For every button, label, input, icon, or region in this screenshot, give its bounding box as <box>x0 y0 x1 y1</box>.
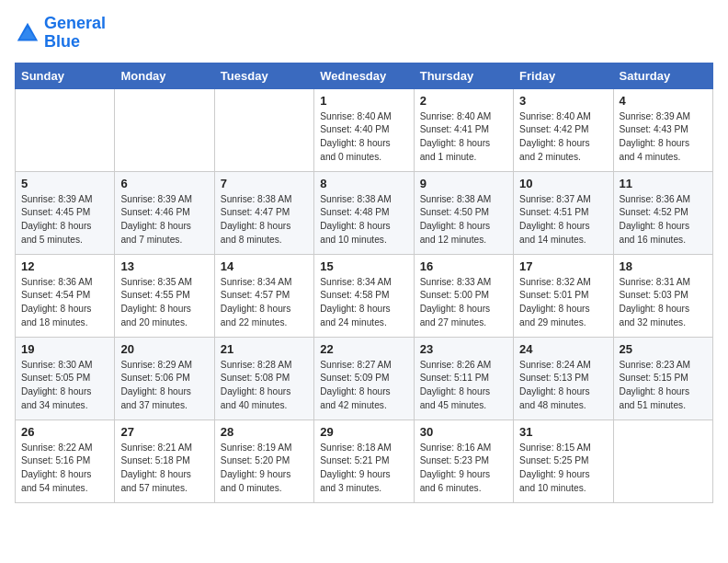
weekday-header-wednesday: Wednesday <box>314 63 414 88</box>
day-number: 23 <box>420 342 507 356</box>
day-number: 1 <box>320 94 407 108</box>
calendar-cell: 14Sunrise: 8:34 AM Sunset: 4:57 PM Dayli… <box>214 254 313 337</box>
calendar-cell: 29Sunrise: 8:18 AM Sunset: 5:21 PM Dayli… <box>314 419 414 502</box>
weekday-header-tuesday: Tuesday <box>214 63 313 88</box>
cell-content: Sunrise: 8:36 AM Sunset: 4:54 PM Dayligh… <box>21 276 108 330</box>
calendar-cell <box>613 419 712 502</box>
calendar-cell: 30Sunrise: 8:16 AM Sunset: 5:23 PM Dayli… <box>414 419 513 502</box>
calendar-cell: 2Sunrise: 8:40 AM Sunset: 4:41 PM Daylig… <box>414 88 513 171</box>
cell-content: Sunrise: 8:24 AM Sunset: 5:13 PM Dayligh… <box>519 359 607 413</box>
calendar-cell: 7Sunrise: 8:38 AM Sunset: 4:47 PM Daylig… <box>214 171 313 254</box>
day-number: 28 <box>221 425 308 439</box>
cell-content: Sunrise: 8:29 AM Sunset: 5:06 PM Dayligh… <box>120 359 208 413</box>
cell-content: Sunrise: 8:30 AM Sunset: 5:05 PM Dayligh… <box>21 359 108 413</box>
cell-content: Sunrise: 8:38 AM Sunset: 4:48 PM Dayligh… <box>320 193 407 247</box>
calendar-cell: 5Sunrise: 8:39 AM Sunset: 4:45 PM Daylig… <box>16 171 115 254</box>
calendar-cell: 23Sunrise: 8:26 AM Sunset: 5:11 PM Dayli… <box>414 337 513 419</box>
cell-content: Sunrise: 8:38 AM Sunset: 4:50 PM Dayligh… <box>420 193 507 247</box>
cell-content: Sunrise: 8:16 AM Sunset: 5:23 PM Dayligh… <box>420 442 507 496</box>
weekday-header-friday: Friday <box>514 63 613 88</box>
cell-content: Sunrise: 8:15 AM Sunset: 5:25 PM Dayligh… <box>519 442 607 496</box>
calendar-cell: 15Sunrise: 8:34 AM Sunset: 4:58 PM Dayli… <box>314 254 414 337</box>
calendar-week-row: 19Sunrise: 8:30 AM Sunset: 5:05 PM Dayli… <box>16 337 713 419</box>
cell-content: Sunrise: 8:35 AM Sunset: 4:55 PM Dayligh… <box>120 276 208 330</box>
calendar-cell: 19Sunrise: 8:30 AM Sunset: 5:05 PM Dayli… <box>16 337 115 419</box>
weekday-header-saturday: Saturday <box>613 63 712 88</box>
cell-content: Sunrise: 8:34 AM Sunset: 4:57 PM Dayligh… <box>221 276 308 330</box>
cell-content: Sunrise: 8:40 AM Sunset: 4:42 PM Dayligh… <box>519 110 607 165</box>
cell-content: Sunrise: 8:40 AM Sunset: 4:41 PM Dayligh… <box>420 110 507 165</box>
day-number: 14 <box>221 259 308 273</box>
day-number: 3 <box>519 94 607 108</box>
calendar-cell: 10Sunrise: 8:37 AM Sunset: 4:51 PM Dayli… <box>514 171 613 254</box>
day-number: 11 <box>620 177 707 190</box>
cell-content: Sunrise: 8:36 AM Sunset: 4:52 PM Dayligh… <box>620 193 707 247</box>
calendar-cell: 26Sunrise: 8:22 AM Sunset: 5:16 PM Dayli… <box>16 419 115 502</box>
day-number: 29 <box>320 425 407 439</box>
weekday-header-sunday: Sunday <box>16 63 115 88</box>
day-number: 21 <box>221 342 308 356</box>
calendar-cell: 17Sunrise: 8:32 AM Sunset: 5:01 PM Dayli… <box>514 254 613 337</box>
day-number: 25 <box>620 342 707 356</box>
cell-content: Sunrise: 8:26 AM Sunset: 5:11 PM Dayligh… <box>420 359 507 413</box>
calendar-week-row: 1Sunrise: 8:40 AM Sunset: 4:40 PM Daylig… <box>16 88 713 171</box>
cell-content: Sunrise: 8:32 AM Sunset: 5:01 PM Dayligh… <box>519 276 607 330</box>
calendar-cell <box>115 88 214 171</box>
day-number: 9 <box>420 177 507 190</box>
calendar-cell: 9Sunrise: 8:38 AM Sunset: 4:50 PM Daylig… <box>414 171 513 254</box>
cell-content: Sunrise: 8:39 AM Sunset: 4:43 PM Dayligh… <box>620 110 707 165</box>
calendar-cell: 18Sunrise: 8:31 AM Sunset: 5:03 PM Dayli… <box>613 254 712 337</box>
calendar-cell: 3Sunrise: 8:40 AM Sunset: 4:42 PM Daylig… <box>514 88 613 171</box>
day-number: 19 <box>21 342 108 356</box>
cell-content: Sunrise: 8:37 AM Sunset: 4:51 PM Dayligh… <box>519 193 607 247</box>
day-number: 2 <box>420 94 507 108</box>
day-number: 17 <box>519 259 607 273</box>
calendar-cell: 6Sunrise: 8:39 AM Sunset: 4:46 PM Daylig… <box>115 171 214 254</box>
page-header: General Blue <box>15 15 713 52</box>
cell-content: Sunrise: 8:23 AM Sunset: 5:15 PM Dayligh… <box>620 359 707 413</box>
calendar-cell: 1Sunrise: 8:40 AM Sunset: 4:40 PM Daylig… <box>314 88 414 171</box>
day-number: 16 <box>420 259 507 273</box>
cell-content: Sunrise: 8:31 AM Sunset: 5:03 PM Dayligh… <box>620 276 707 330</box>
day-number: 24 <box>519 342 607 356</box>
calendar-cell: 22Sunrise: 8:27 AM Sunset: 5:09 PM Dayli… <box>314 337 414 419</box>
weekday-header-monday: Monday <box>115 63 214 88</box>
day-number: 7 <box>221 177 308 190</box>
calendar-cell: 24Sunrise: 8:24 AM Sunset: 5:13 PM Dayli… <box>514 337 613 419</box>
cell-content: Sunrise: 8:33 AM Sunset: 5:00 PM Dayligh… <box>420 276 507 330</box>
cell-content: Sunrise: 8:27 AM Sunset: 5:09 PM Dayligh… <box>320 359 407 413</box>
day-number: 18 <box>620 259 707 273</box>
day-number: 22 <box>320 342 407 356</box>
day-number: 4 <box>620 94 707 108</box>
cell-content: Sunrise: 8:34 AM Sunset: 4:58 PM Dayligh… <box>320 276 407 330</box>
weekday-header-row: SundayMondayTuesdayWednesdayThursdayFrid… <box>16 63 713 88</box>
day-number: 27 <box>120 425 208 439</box>
cell-content: Sunrise: 8:39 AM Sunset: 4:45 PM Dayligh… <box>21 193 108 247</box>
calendar-cell: 28Sunrise: 8:19 AM Sunset: 5:20 PM Dayli… <box>214 419 313 502</box>
calendar-week-row: 5Sunrise: 8:39 AM Sunset: 4:45 PM Daylig… <box>16 171 713 254</box>
calendar-cell: 25Sunrise: 8:23 AM Sunset: 5:15 PM Dayli… <box>613 337 712 419</box>
day-number: 8 <box>320 177 407 190</box>
calendar-cell: 8Sunrise: 8:38 AM Sunset: 4:48 PM Daylig… <box>314 171 414 254</box>
day-number: 20 <box>120 342 208 356</box>
calendar-cell: 4Sunrise: 8:39 AM Sunset: 4:43 PM Daylig… <box>613 88 712 171</box>
day-number: 15 <box>320 259 407 273</box>
cell-content: Sunrise: 8:21 AM Sunset: 5:18 PM Dayligh… <box>120 442 208 496</box>
calendar-cell: 11Sunrise: 8:36 AM Sunset: 4:52 PM Dayli… <box>613 171 712 254</box>
calendar-cell: 31Sunrise: 8:15 AM Sunset: 5:25 PM Dayli… <box>514 419 613 502</box>
cell-content: Sunrise: 8:18 AM Sunset: 5:21 PM Dayligh… <box>320 442 407 496</box>
logo-text: General Blue <box>44 15 106 52</box>
cell-content: Sunrise: 8:22 AM Sunset: 5:16 PM Dayligh… <box>21 442 108 496</box>
day-number: 31 <box>519 425 607 439</box>
day-number: 30 <box>420 425 507 439</box>
cell-content: Sunrise: 8:40 AM Sunset: 4:40 PM Dayligh… <box>320 110 407 165</box>
day-number: 26 <box>21 425 108 439</box>
calendar-week-row: 26Sunrise: 8:22 AM Sunset: 5:16 PM Dayli… <box>16 419 713 502</box>
calendar-cell: 27Sunrise: 8:21 AM Sunset: 5:18 PM Dayli… <box>115 419 214 502</box>
weekday-header-thursday: Thursday <box>414 63 513 88</box>
calendar-table: SundayMondayTuesdayWednesdayThursdayFrid… <box>15 63 713 503</box>
calendar-cell: 20Sunrise: 8:29 AM Sunset: 5:06 PM Dayli… <box>115 337 214 419</box>
calendar-cell: 16Sunrise: 8:33 AM Sunset: 5:00 PM Dayli… <box>414 254 513 337</box>
calendar-cell: 13Sunrise: 8:35 AM Sunset: 4:55 PM Dayli… <box>115 254 214 337</box>
cell-content: Sunrise: 8:38 AM Sunset: 4:47 PM Dayligh… <box>221 193 308 247</box>
